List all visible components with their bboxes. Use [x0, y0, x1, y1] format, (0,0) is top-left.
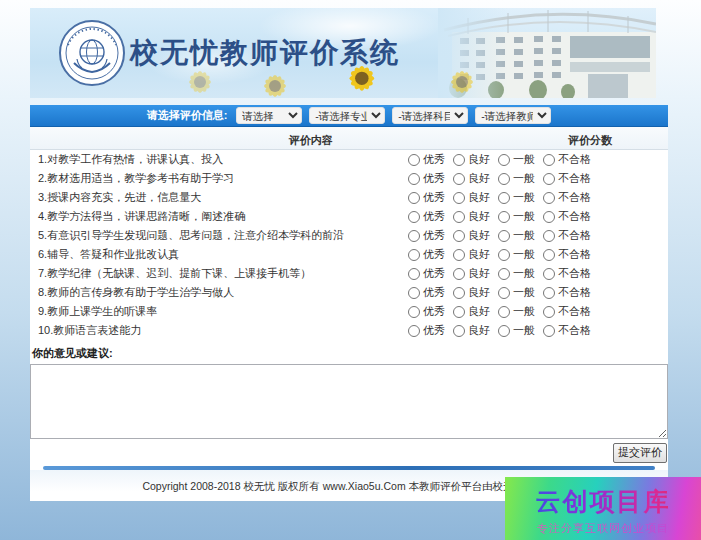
- rating-option[interactable]: 不合格: [543, 266, 591, 281]
- rating-option[interactable]: 优秀: [408, 285, 445, 300]
- rating-label: 一般: [513, 323, 535, 338]
- rating-option[interactable]: 良好: [453, 190, 490, 205]
- rating-option[interactable]: 良好: [453, 209, 490, 224]
- rating-radio[interactable]: [408, 268, 420, 280]
- rating-radio[interactable]: [498, 306, 510, 318]
- rating-radio[interactable]: [543, 325, 555, 337]
- submit-button[interactable]: 提交评价: [613, 443, 667, 463]
- rating-radio[interactable]: [453, 325, 465, 337]
- select-subject[interactable]: -请选择科目-: [392, 107, 468, 124]
- rating-radio[interactable]: [498, 154, 510, 166]
- rating-label: 不合格: [558, 266, 591, 281]
- select-teacher[interactable]: -请选择教师-: [475, 107, 551, 124]
- rating-option[interactable]: 一般: [498, 152, 535, 167]
- rating-radio[interactable]: [453, 268, 465, 280]
- rating-label: 不合格: [558, 209, 591, 224]
- rating-option[interactable]: 良好: [453, 247, 490, 262]
- rating-option[interactable]: 不合格: [543, 152, 591, 167]
- rating-option[interactable]: 一般: [498, 285, 535, 300]
- rating-option[interactable]: 优秀: [408, 152, 445, 167]
- rating-label: 一般: [513, 228, 535, 243]
- rating-label: 优秀: [423, 247, 445, 262]
- rating-radio[interactable]: [453, 230, 465, 242]
- comments-textarea[interactable]: [30, 364, 668, 439]
- rating-radio[interactable]: [543, 268, 555, 280]
- rating-radio[interactable]: [453, 154, 465, 166]
- rating-radio[interactable]: [408, 154, 420, 166]
- page: 校无忧教师评价系统: [0, 0, 701, 540]
- rating-option[interactable]: 良好: [453, 323, 490, 338]
- watermark-title: 云创项目库: [505, 485, 701, 518]
- rating-radio[interactable]: [408, 325, 420, 337]
- table-header: 评价内容 评价分数: [30, 127, 668, 150]
- rating-option[interactable]: 良好: [453, 228, 490, 243]
- rating-radio[interactable]: [498, 192, 510, 204]
- rating-label: 良好: [468, 190, 490, 205]
- rating-label: 不合格: [558, 228, 591, 243]
- rating-option[interactable]: 不合格: [543, 285, 591, 300]
- rating-option[interactable]: 一般: [498, 209, 535, 224]
- rating-option[interactable]: 优秀: [408, 228, 445, 243]
- rating-option[interactable]: 良好: [453, 266, 490, 281]
- rating-label: 良好: [468, 285, 490, 300]
- rating-radio[interactable]: [408, 173, 420, 185]
- rating-radio[interactable]: [453, 173, 465, 185]
- select-major[interactable]: -请选择专业-: [309, 107, 385, 124]
- question-text: 1.对教学工作有热情，讲课认真、投入: [38, 152, 223, 167]
- rating-radio[interactable]: [498, 230, 510, 242]
- rating-radio[interactable]: [543, 306, 555, 318]
- rating-option[interactable]: 一般: [498, 228, 535, 243]
- rating-option[interactable]: 不合格: [543, 209, 591, 224]
- rating-radio[interactable]: [408, 230, 420, 242]
- rating-radio[interactable]: [408, 249, 420, 261]
- rating-radio[interactable]: [498, 211, 510, 223]
- rating-radio[interactable]: [543, 154, 555, 166]
- rating-option[interactable]: 优秀: [408, 323, 445, 338]
- rating-radio[interactable]: [543, 211, 555, 223]
- rating-option[interactable]: 良好: [453, 152, 490, 167]
- rating-radio[interactable]: [453, 249, 465, 261]
- rating-radio[interactable]: [453, 306, 465, 318]
- rating-radio[interactable]: [543, 230, 555, 242]
- rating-option[interactable]: 优秀: [408, 209, 445, 224]
- rating-radio[interactable]: [498, 249, 510, 261]
- rating-option[interactable]: 一般: [498, 266, 535, 281]
- rating-option[interactable]: 一般: [498, 323, 535, 338]
- rating-option[interactable]: 一般: [498, 247, 535, 262]
- rating-option[interactable]: 良好: [453, 171, 490, 186]
- rating-option[interactable]: 不合格: [543, 323, 591, 338]
- rating-option[interactable]: 不合格: [543, 228, 591, 243]
- rating-radio[interactable]: [543, 287, 555, 299]
- rating-radio[interactable]: [543, 192, 555, 204]
- rating-option[interactable]: 优秀: [408, 304, 445, 319]
- rating-option[interactable]: 一般: [498, 190, 535, 205]
- rating-radio[interactable]: [453, 287, 465, 299]
- rating-option[interactable]: 一般: [498, 171, 535, 186]
- rating-radio[interactable]: [453, 211, 465, 223]
- filter-label: 请选择评价信息:: [147, 108, 228, 123]
- rating-option[interactable]: 良好: [453, 285, 490, 300]
- rating-option[interactable]: 一般: [498, 304, 535, 319]
- rating-option[interactable]: 优秀: [408, 266, 445, 281]
- select-eval-info[interactable]: 请选择: [236, 107, 302, 124]
- rating-radio[interactable]: [498, 173, 510, 185]
- column-header-score: 评价分数: [568, 133, 612, 148]
- rating-radio[interactable]: [408, 287, 420, 299]
- rating-radio[interactable]: [498, 325, 510, 337]
- rating-radio[interactable]: [498, 287, 510, 299]
- rating-radio[interactable]: [498, 268, 510, 280]
- rating-option[interactable]: 优秀: [408, 247, 445, 262]
- rating-radio[interactable]: [408, 211, 420, 223]
- rating-radio[interactable]: [408, 306, 420, 318]
- rating-option[interactable]: 良好: [453, 304, 490, 319]
- rating-option[interactable]: 不合格: [543, 190, 591, 205]
- rating-option[interactable]: 优秀: [408, 171, 445, 186]
- rating-option[interactable]: 不合格: [543, 304, 591, 319]
- rating-radio[interactable]: [408, 192, 420, 204]
- rating-radio[interactable]: [543, 249, 555, 261]
- rating-radio[interactable]: [453, 192, 465, 204]
- rating-radio[interactable]: [543, 173, 555, 185]
- rating-option[interactable]: 不合格: [543, 171, 591, 186]
- rating-option[interactable]: 不合格: [543, 247, 591, 262]
- rating-option[interactable]: 优秀: [408, 190, 445, 205]
